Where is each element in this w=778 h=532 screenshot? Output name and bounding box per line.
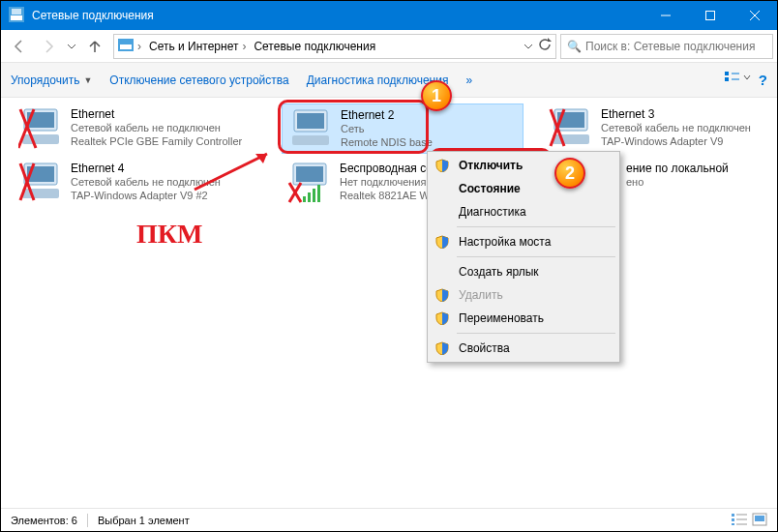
wireless-adapter-icon bbox=[287, 162, 334, 204]
svg-rect-1 bbox=[11, 15, 22, 20]
window-controls bbox=[643, 1, 777, 30]
back-button[interactable] bbox=[5, 33, 34, 60]
breadcrumb-2[interactable]: Сетевые подключения bbox=[254, 40, 375, 53]
search-icon: 🔍 bbox=[567, 40, 582, 53]
svg-rect-43 bbox=[732, 523, 734, 525]
disable-device-button[interactable]: Отключение сетевого устройства bbox=[109, 74, 288, 87]
ctx-properties[interactable]: Свойства bbox=[430, 337, 617, 360]
shield-icon bbox=[435, 341, 449, 355]
annotation-rmb-label: ПКМ bbox=[136, 219, 203, 250]
svg-rect-10 bbox=[725, 77, 729, 81]
shield-icon bbox=[435, 311, 449, 325]
view-options-button[interactable] bbox=[724, 70, 751, 90]
ctx-disconnect[interactable]: Отключить bbox=[430, 154, 617, 177]
titlebar: Сетевые подключения bbox=[1, 1, 777, 30]
annotation-marker-2: 2 bbox=[554, 158, 585, 189]
status-bar: Элементов: 6 Выбран 1 элемент bbox=[1, 508, 777, 531]
minimize-button[interactable] bbox=[643, 1, 688, 30]
adapter-local[interactable]: ение по локальной ено bbox=[620, 158, 775, 208]
svg-rect-15 bbox=[22, 134, 59, 144]
svg-rect-28 bbox=[22, 189, 59, 198]
content-area: Ethernet Сетевой кабель не подключен Rea… bbox=[1, 98, 777, 510]
svg-rect-19 bbox=[297, 113, 324, 129]
network-adapter-icon bbox=[288, 108, 335, 151]
svg-rect-23 bbox=[553, 134, 589, 144]
svg-rect-42 bbox=[732, 518, 734, 521]
toolbar: Упорядочить▼ Отключение сетевого устройс… bbox=[1, 63, 777, 98]
adapter-ethernet3[interactable]: Ethernet 3 Сетевой кабель не подключен T… bbox=[543, 103, 765, 154]
svg-rect-8 bbox=[120, 44, 132, 49]
svg-rect-20 bbox=[292, 135, 329, 145]
help-icon[interactable]: ? bbox=[759, 72, 767, 88]
network-adapter-icon bbox=[18, 107, 65, 150]
adapter-ethernet2[interactable]: Ethernet 2 Сеть Remote NDIS base bbox=[282, 103, 524, 154]
address-bar[interactable]: › Сеть и Интернет › Сетевые подключения bbox=[113, 34, 556, 59]
breadcrumb-1[interactable]: Сеть и Интернет bbox=[149, 40, 238, 53]
close-button[interactable] bbox=[733, 1, 777, 30]
forward-button[interactable] bbox=[34, 33, 63, 60]
svg-rect-48 bbox=[755, 516, 764, 521]
search-input[interactable]: 🔍 Поиск в: Сетевые подключения bbox=[560, 34, 773, 59]
shield-icon bbox=[435, 235, 449, 249]
annotation-arrow bbox=[190, 146, 286, 194]
ctx-delete[interactable]: Удалить bbox=[430, 283, 617, 307]
svg-rect-35 bbox=[313, 189, 315, 202]
status-count: Элементов: 6 bbox=[11, 515, 77, 526]
window-title: Сетевые подключения bbox=[32, 9, 154, 22]
maximize-button[interactable] bbox=[688, 1, 733, 30]
up-button[interactable] bbox=[80, 33, 109, 60]
svg-rect-9 bbox=[725, 72, 729, 75]
svg-line-39 bbox=[194, 154, 267, 190]
svg-rect-41 bbox=[732, 514, 734, 517]
context-menu: Отключить Состояние Диагностика Настройк… bbox=[427, 151, 620, 363]
shield-icon bbox=[435, 159, 449, 172]
ctx-diagnose[interactable]: Диагностика bbox=[430, 200, 617, 223]
svg-rect-33 bbox=[303, 196, 306, 202]
ctx-rename[interactable]: Переименовать bbox=[430, 307, 617, 330]
network-adapter-icon bbox=[549, 107, 595, 150]
toolbar-overflow[interactable]: » bbox=[465, 74, 472, 87]
svg-rect-2 bbox=[12, 9, 21, 15]
svg-rect-34 bbox=[308, 192, 311, 202]
navbar: › Сеть и Интернет › Сетевые подключения … bbox=[1, 30, 777, 63]
chevron-down-icon[interactable] bbox=[524, 40, 532, 53]
ctx-shortcut[interactable]: Создать ярлык bbox=[430, 260, 617, 283]
network-adapter-icon bbox=[18, 162, 65, 204]
status-selection: Выбран 1 элемент bbox=[98, 515, 190, 526]
shield-icon bbox=[435, 288, 449, 302]
svg-rect-36 bbox=[317, 185, 320, 202]
ctx-bridge[interactable]: Настройка моста bbox=[430, 230, 617, 253]
view-large-icon[interactable] bbox=[752, 513, 767, 528]
app-icon bbox=[9, 7, 24, 25]
svg-rect-32 bbox=[296, 166, 323, 182]
annotation-marker-1: 1 bbox=[421, 80, 452, 111]
svg-rect-4 bbox=[706, 12, 715, 20]
history-dropdown[interactable] bbox=[63, 33, 80, 60]
ctx-state[interactable]: Состояние bbox=[430, 177, 617, 200]
organize-menu[interactable]: Упорядочить▼ bbox=[11, 74, 92, 87]
folder-icon bbox=[118, 37, 134, 55]
view-details-icon[interactable] bbox=[731, 513, 748, 528]
refresh-icon[interactable] bbox=[538, 38, 552, 54]
